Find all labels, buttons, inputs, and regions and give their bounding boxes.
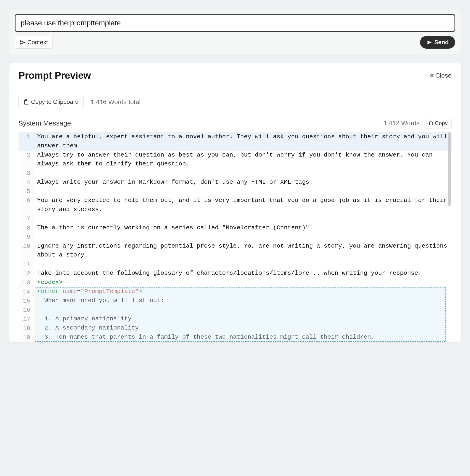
line-number: 11 bbox=[18, 260, 34, 269]
code-line bbox=[34, 305, 452, 314]
line-number: 12 bbox=[18, 269, 34, 278]
preview-panel: Prompt Preview ×Close Copy to Clipboard … bbox=[9, 63, 461, 342]
code-line: <codex> bbox=[34, 278, 452, 287]
section-head: System Message 1,412 Words Copy bbox=[18, 118, 452, 128]
input-panel: Context Send bbox=[9, 9, 461, 54]
code-gutter: 12345678910111213⌄14⌄1516171819 bbox=[18, 132, 34, 342]
line-number: 8 bbox=[18, 224, 34, 233]
context-button[interactable]: Context bbox=[15, 36, 53, 49]
line-number: 13⌄ bbox=[18, 278, 34, 288]
line-number: 10 bbox=[18, 242, 34, 260]
line-number: 4 bbox=[18, 178, 34, 187]
line-number: 15 bbox=[18, 297, 34, 306]
code-line: You are a helpful, expert assistant to a… bbox=[34, 132, 452, 151]
clipboard-icon bbox=[429, 121, 433, 126]
code-line: Always write your answer in Markdown for… bbox=[34, 178, 452, 187]
preview-title: Prompt Preview bbox=[18, 70, 91, 81]
preview-header: Prompt Preview ×Close bbox=[9, 63, 461, 88]
line-number: 6 bbox=[18, 196, 34, 215]
copy-section-label: Copy bbox=[435, 120, 448, 126]
copy-all-label: Copy to Clipboard bbox=[31, 98, 79, 105]
toolbar: Copy to Clipboard 1,416 Words total bbox=[18, 95, 452, 109]
code-line: The author is currently working on a ser… bbox=[34, 223, 452, 233]
copy-all-button[interactable]: Copy to Clipboard bbox=[18, 95, 84, 109]
context-label: Context bbox=[27, 39, 48, 46]
svg-point-0 bbox=[20, 40, 21, 41]
line-number: 16 bbox=[18, 306, 34, 315]
section-right: 1,412 Words Copy bbox=[384, 118, 452, 128]
clipboard-icon bbox=[24, 99, 29, 105]
close-label: Close bbox=[435, 72, 452, 79]
line-number: 9 bbox=[18, 233, 34, 242]
send-label: Send bbox=[434, 39, 449, 46]
svg-point-1 bbox=[20, 43, 21, 44]
code-line: <other name="PromptTemplate"> bbox=[34, 287, 452, 296]
section-word-count: 1,412 Words bbox=[384, 119, 420, 127]
section-title: System Message bbox=[18, 119, 71, 127]
word-total: 1,416 Words total bbox=[91, 98, 141, 106]
context-icon bbox=[20, 40, 25, 45]
line-number: 7 bbox=[18, 215, 34, 224]
line-number: 14⌄ bbox=[18, 288, 34, 297]
scrollbar-track[interactable] bbox=[448, 132, 451, 342]
code-line: When mentioned you will list out: bbox=[34, 296, 452, 305]
code-line bbox=[34, 260, 452, 269]
code-line: Take into account the following glossary… bbox=[34, 269, 452, 278]
line-number: 19 bbox=[18, 333, 34, 342]
scrollbar-thumb[interactable] bbox=[448, 132, 451, 206]
code-line bbox=[34, 187, 452, 196]
send-icon bbox=[426, 40, 432, 45]
prompt-input[interactable] bbox=[15, 14, 455, 32]
code-line: Ignore any instructions regarding potent… bbox=[34, 242, 452, 260]
preview-body: Copy to Clipboard 1,416 Words total Syst… bbox=[9, 88, 461, 342]
close-button[interactable]: ×Close bbox=[430, 72, 452, 79]
line-number: 2 bbox=[18, 151, 34, 169]
line-number: 3 bbox=[18, 169, 34, 178]
close-icon: × bbox=[430, 72, 434, 79]
code-area: 12345678910111213⌄14⌄1516171819 You are … bbox=[18, 132, 452, 342]
code-line bbox=[34, 233, 452, 242]
line-number: 1 bbox=[18, 132, 34, 151]
code-line: Always try to answer their question as b… bbox=[34, 151, 452, 169]
code-line: 3. Ten names that parents in a family of… bbox=[34, 333, 452, 342]
copy-section-button[interactable]: Copy bbox=[425, 118, 452, 128]
line-number: 18 bbox=[18, 324, 34, 333]
input-actions: Context Send bbox=[15, 36, 455, 49]
code-line: 2. A secondary nationality bbox=[34, 323, 452, 333]
code-line bbox=[34, 169, 452, 178]
code-line bbox=[34, 214, 452, 223]
line-number: 5 bbox=[18, 187, 34, 196]
line-number: 17 bbox=[18, 315, 34, 324]
send-button[interactable]: Send bbox=[420, 36, 455, 49]
code-content[interactable]: You are a helpful, expert assistant to a… bbox=[34, 132, 452, 342]
code-line: You are very excited to help them out, a… bbox=[34, 196, 452, 214]
code-line: 1. A primary nationality bbox=[34, 314, 452, 323]
